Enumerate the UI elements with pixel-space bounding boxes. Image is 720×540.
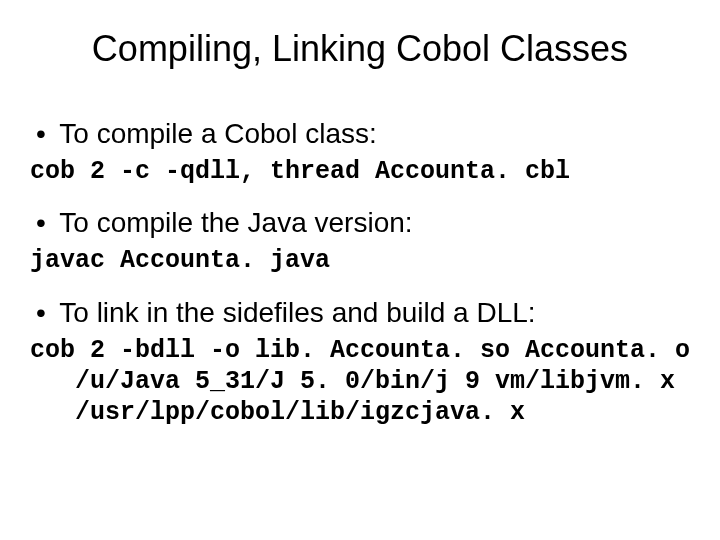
bullet-item: • To compile the Java version: — [30, 207, 690, 239]
slide-title: Compiling, Linking Cobol Classes — [30, 28, 690, 70]
bullet-text: To link in the sidefiles and build a DLL… — [59, 297, 535, 328]
bullet-text: To compile a Cobol class: — [59, 118, 376, 149]
bullet-item: • To link in the sidefiles and build a D… — [30, 297, 690, 329]
bullet-dot-icon: • — [36, 118, 52, 150]
bullet-text: To compile the Java version: — [59, 207, 412, 238]
code-line: cob 2 -c -qdll, thread Accounta. cbl — [30, 156, 690, 187]
bullet-dot-icon: • — [36, 297, 52, 329]
slide: Compiling, Linking Cobol Classes • To co… — [0, 0, 720, 540]
bullet-dot-icon: • — [36, 207, 52, 239]
code-line: javac Accounta. java — [30, 245, 690, 276]
code-line: cob 2 -bdll -o lib. Accounta. so Account… — [30, 335, 690, 429]
bullet-item: • To compile a Cobol class: — [30, 118, 690, 150]
